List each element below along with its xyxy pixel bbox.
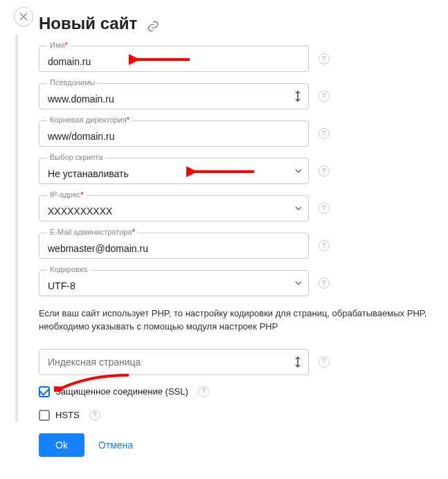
form-panel: Новый сайт Имя* ? Псевдонимы bbox=[39, 14, 448, 457]
label-name: Имя* bbox=[47, 40, 71, 50]
label-encoding: Кодировка bbox=[47, 264, 90, 274]
ssl-checkbox[interactable] bbox=[39, 386, 50, 397]
help-icon[interactable]: ? bbox=[319, 165, 330, 177]
row-aliases: Псевдонимы ? bbox=[39, 83, 444, 109]
index-input[interactable] bbox=[39, 349, 309, 375]
help-icon[interactable]: ? bbox=[198, 386, 209, 397]
help-icon[interactable]: ? bbox=[319, 203, 330, 214]
row-ssl: Защищенное соединение (SSL) ? bbox=[39, 386, 444, 397]
label-root: Корневая директория* bbox=[47, 115, 132, 125]
row-email: E-Mail администратора* ? bbox=[39, 233, 444, 259]
hsts-label: HSTS bbox=[55, 410, 80, 420]
help-icon[interactable]: ? bbox=[319, 91, 330, 102]
actions: Ok Отмена bbox=[39, 433, 444, 457]
name-input[interactable] bbox=[39, 46, 309, 72]
row-index: ? bbox=[39, 349, 444, 375]
row-encoding: Кодировка UTF-8 ? bbox=[39, 270, 444, 296]
label-ip: IP-адрес* bbox=[47, 190, 87, 199]
help-icon[interactable]: ? bbox=[89, 410, 100, 421]
row-script: Выбор скрипта Не устанавливать ? bbox=[39, 158, 444, 184]
close-button[interactable] bbox=[14, 7, 33, 26]
help-icon[interactable]: ? bbox=[319, 278, 330, 289]
row-ip: IP-адрес* XXXXXXXXXX ? bbox=[39, 195, 444, 222]
row-name: Имя* ? bbox=[39, 46, 444, 72]
label-script: Выбор скрипта bbox=[47, 152, 105, 162]
help-icon[interactable]: ? bbox=[319, 128, 330, 139]
hsts-checkbox[interactable] bbox=[39, 410, 50, 421]
scrollbar[interactable] bbox=[15, 35, 18, 422]
help-icon[interactable]: ? bbox=[319, 53, 330, 64]
page-title: Новый сайт bbox=[39, 14, 444, 33]
label-email: E-Mail администратора* bbox=[47, 227, 138, 237]
help-icon[interactable]: ? bbox=[319, 356, 330, 368]
help-icon[interactable]: ? bbox=[319, 240, 330, 251]
ssl-label: Защищенное соединение (SSL) bbox=[55, 386, 188, 397]
cancel-button[interactable]: Отмена bbox=[98, 440, 133, 451]
page-title-text: Новый сайт bbox=[39, 14, 137, 33]
row-root: Корневая директория* ? bbox=[39, 120, 444, 147]
row-hsts: HSTS ? bbox=[39, 410, 444, 421]
close-icon bbox=[19, 12, 28, 21]
link-icon[interactable] bbox=[147, 17, 159, 30]
ok-button[interactable]: Ok bbox=[39, 433, 84, 457]
encoding-note: Если ваш сайт использует PHP, то настрой… bbox=[39, 307, 437, 334]
label-aliases: Псевдонимы bbox=[47, 78, 98, 87]
